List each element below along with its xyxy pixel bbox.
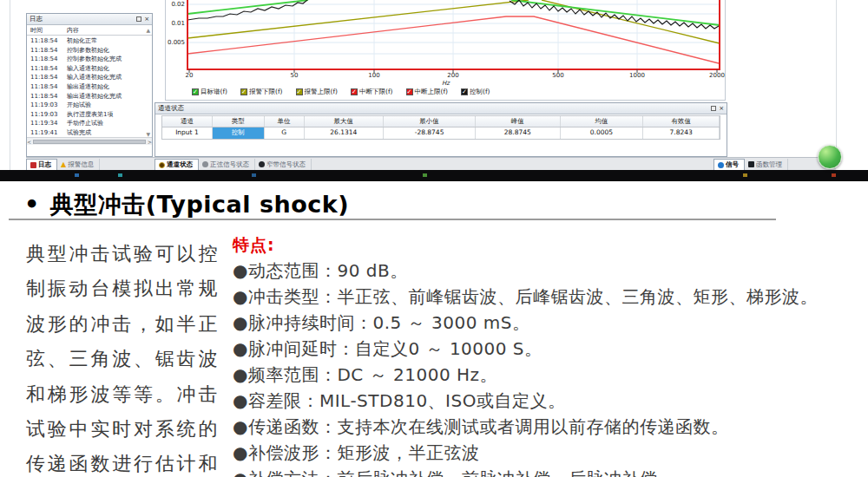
y-tick-label: 0.02 (166, 1, 185, 8)
title-text: 典型冲击(Typical shock) (50, 191, 349, 218)
y-tick-label: 0.005 (166, 39, 185, 46)
tab-narrowband-signal-status[interactable]: 窄带信号状态 (255, 159, 312, 170)
legend-item[interactable]: ✓ 报警下限(f) (240, 88, 283, 96)
log-hscrollbar[interactable]: < > (27, 137, 152, 145)
log-row[interactable]: 11:18:54 控制参数初始化 (27, 46, 152, 56)
log-row[interactable]: 11:19:41 试验完成 (27, 128, 152, 137)
log-time: 11:19:03 (30, 110, 67, 120)
log-row[interactable]: 11:19:03 开始试验 (27, 101, 152, 110)
x-tick-label: 200 (447, 72, 458, 79)
legend-item[interactable]: ✓ 报警上限(f) (296, 88, 339, 96)
column-header[interactable]: 有效值 (643, 116, 720, 127)
intro-line: 和梯形波等等。冲击 (26, 377, 221, 412)
table-cell: 0.0005 (561, 127, 644, 139)
tab-alarm-info[interactable]: ▲ 报警信息 (57, 159, 100, 170)
table-cell: 28.8745 (476, 127, 561, 139)
log-row[interactable]: 11:19:34 手动停止试验 (27, 119, 152, 128)
spectrum-chart-window: 0.020.010.005 205010020050010002000 Hz ✓… (165, 0, 726, 101)
log-rows: ▼ 11:18:54 初始化正常 11:18:54 控制参数初始化 11:18:… (27, 36, 152, 137)
column-header[interactable]: 最大值 (305, 116, 385, 127)
log-time: 11:18:54 (30, 36, 67, 46)
log-panel: 日志 × 时间 内容 ▲ ▼ 11:18:54 初始化正常 (26, 13, 153, 157)
table-row[interactable]: Input 1控制G26.1314-28.874528.87450.00057.… (162, 127, 720, 139)
tab-sine-label: 正弦信号状态 (210, 160, 249, 169)
taskbar-icon (743, 173, 747, 177)
table-cell: 7.8243 (643, 127, 720, 139)
legend-item[interactable]: ✓ 控制(f) (461, 88, 490, 96)
feature-item: ●动态范围：90 dB。 (233, 258, 854, 284)
taskbar-icon (75, 173, 79, 177)
column-header[interactable]: 均值 (561, 116, 644, 127)
legend-item[interactable]: ✓ 中断下限(f) (351, 88, 393, 96)
pin-icon[interactable] (136, 16, 141, 22)
legend-checkbox-icon[interactable]: ✓ (296, 88, 303, 95)
scroll-thumb[interactable] (33, 140, 146, 144)
legend-checkbox-icon[interactable]: ✓ (461, 88, 468, 95)
tab-log[interactable]: 日志 (26, 159, 57, 170)
chart-legend: ✓ 目标谱(f) ✓ 报警下限(f) ✓ 报警上限(f) ✓ (192, 88, 490, 96)
taskbar-icon (252, 173, 256, 177)
column-header[interactable]: 通道 (162, 116, 213, 127)
tab-channel-status[interactable]: 通道状态 (155, 159, 199, 170)
channel-table-header: 通道类型单位最大值最小值峰值均值有效值 (162, 116, 720, 127)
feature-item: ●频率范围：DC ～ 21000 Hz。 (233, 362, 854, 388)
feature-item: ●冲击类型：半正弦、前峰锯齿波、后峰锯齿波、三角波、矩形、梯形波。 (233, 284, 854, 310)
legend-checkbox-icon[interactable]: ✓ (351, 88, 358, 95)
log-content: 试验完成 (67, 128, 152, 137)
legend-item[interactable]: ✓ 目标谱(f) (192, 88, 227, 96)
tab-function-manager[interactable]: 函数管理 (745, 159, 788, 170)
log-row[interactable]: 11:18:54 输入通道初始化 (27, 64, 152, 74)
column-header[interactable]: 峰值 (476, 116, 561, 127)
column-header[interactable]: 类型 (213, 116, 265, 127)
intro-line: 试验中实时对系统的 (26, 412, 221, 447)
target-line-right (511, 0, 720, 25)
scroll-down-icon[interactable]: ▼ (146, 131, 150, 137)
log-row[interactable]: 11:18:54 输出通道初始化 (27, 82, 152, 92)
table-cell: 26.1314 (305, 127, 385, 139)
column-header[interactable]: 最小值 (384, 116, 476, 127)
legend-checkbox-icon[interactable]: ✓ (406, 88, 413, 95)
table-cell: G (265, 127, 305, 139)
x-tick-label: 100 (368, 72, 379, 79)
log-content: 输入通道初始化完成 (67, 73, 152, 82)
feature-item: ●脉冲间延时：自定义0 ～ 10000 S。 (233, 336, 854, 362)
taskbar-icon (423, 173, 427, 177)
feature-item: ●补偿方法：前后脉冲补偿，前脉冲补偿，后脉冲补偿 (233, 466, 854, 477)
intro-line: 弦、三角波、锯齿波 (26, 342, 221, 376)
tab-signal-label: 信号 (726, 160, 739, 169)
legend-checkbox-icon[interactable]: ✓ (240, 88, 247, 95)
log-panel-titlebar: 日志 × (27, 14, 152, 25)
x-tick-label: 1000 (629, 72, 645, 79)
legend-item[interactable]: ✓ 中断上限(f) (406, 88, 449, 96)
tab-sine-signal-status[interactable]: 正弦信号状态 (199, 159, 255, 170)
scroll-left-icon[interactable]: < (27, 139, 31, 145)
scroll-right-icon[interactable]: > (148, 139, 152, 145)
log-row[interactable]: 11:18:54 初始化正常 (27, 36, 152, 46)
green-round-button[interactable] (818, 145, 842, 169)
features-list: ●动态范围：90 dB。●冲击类型：半正弦、前峰锯齿波、后峰锯齿波、三角波、矩形… (233, 258, 854, 477)
pin-icon[interactable] (711, 106, 716, 111)
table-cell: -28.8745 (384, 127, 476, 139)
log-panel-title: 日志 (30, 15, 43, 23)
tab-log-label: 日志 (38, 160, 51, 169)
legend-checkbox-icon[interactable]: ✓ (192, 88, 199, 95)
page-title: •典型冲击(Typical shock) (24, 189, 349, 220)
sine-status-icon (202, 161, 208, 167)
column-header[interactable]: 单位 (265, 116, 305, 127)
taskbar-icon (118, 173, 122, 177)
legend-label: 控制(f) (470, 88, 490, 96)
tab-alarm-label: 报警信息 (68, 160, 94, 169)
log-content: 初始化正常 (67, 36, 152, 46)
page: 日志 × 时间 内容 ▲ ▼ 11:18:54 初始化正常 (0, 0, 868, 477)
log-row[interactable]: 11:19:03 执行进度表第1项 (27, 110, 152, 120)
log-tabbar: 日志 ▲ 报警信息 (26, 157, 155, 170)
tab-signal[interactable]: 信号 (713, 159, 745, 170)
log-row[interactable]: 11:18:54 输出通道初始化完成 (27, 92, 152, 101)
close-icon[interactable]: × (144, 16, 149, 22)
scroll-up-icon[interactable]: ▲ (146, 27, 150, 33)
log-row[interactable]: 11:18:54 输入通道初始化完成 (27, 73, 152, 82)
bottom-tabbar: 通道状态 正弦信号状态 窄带信号状态 信号 函数管理 (155, 157, 836, 170)
close-icon[interactable]: × (719, 106, 724, 111)
x-tick-label: 500 (552, 72, 563, 79)
log-row[interactable]: 11:18:54 控制参数初始化完成 (27, 55, 152, 64)
